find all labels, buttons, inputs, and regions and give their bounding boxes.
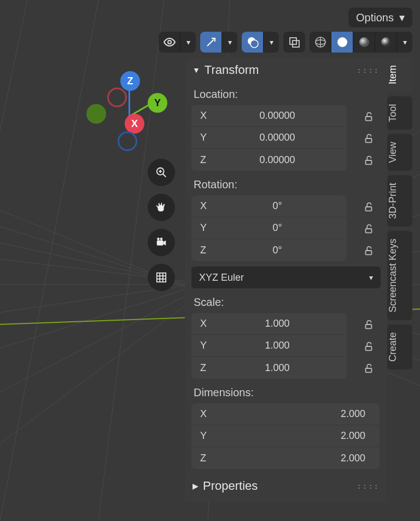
lock-rotation-y[interactable] — [358, 218, 380, 240]
location-label: Location: — [185, 83, 387, 105]
axis-z[interactable]: Z — [120, 71, 140, 91]
gizmo-chevron[interactable] — [222, 32, 237, 53]
tab-3d-print[interactable]: 3D-Print — [387, 175, 412, 227]
rotation-z-field[interactable]: Z 0° — [191, 239, 347, 261]
rotation-label: Rotation: — [185, 173, 387, 195]
axis-y[interactable]: Y — [148, 93, 167, 113]
options-dropdown[interactable]: Options — [348, 8, 412, 27]
perspective-icon[interactable] — [148, 264, 175, 291]
tab-view[interactable]: View — [387, 134, 412, 171]
axis-neg-x[interactable] — [107, 88, 127, 107]
options-label: Options — [356, 11, 394, 24]
visibility-chevron[interactable] — [180, 32, 196, 53]
pan-icon[interactable] — [148, 194, 175, 221]
dimensions-label: Dimensions: — [185, 381, 387, 403]
lock-location-x[interactable] — [358, 106, 380, 128]
chevron-down-icon — [399, 11, 405, 24]
rotation-mode-dropdown[interactable]: XYZ Euler — [191, 267, 381, 288]
svg-line-26 — [163, 174, 166, 177]
svg-rect-39 — [366, 160, 372, 164]
rotation-x-field[interactable]: X 0° — [191, 195, 347, 217]
gizmo-toggle[interactable] — [200, 32, 222, 53]
scale-y-field[interactable]: Y 1.000 — [191, 335, 347, 357]
svg-rect-32 — [157, 273, 166, 282]
scale-z-field[interactable]: Z 1.000 — [191, 357, 347, 379]
rotation-y-field[interactable]: Y 0° — [191, 217, 347, 239]
transform-panel-header[interactable]: ▼ Transform :::: — [185, 57, 387, 83]
svg-rect-44 — [366, 346, 372, 350]
tab-item[interactable]: Item — [387, 57, 412, 92]
chevron-down-icon — [369, 273, 373, 282]
properties-panel-header[interactable]: ▶ Properties :::: — [185, 473, 387, 499]
tab-tool[interactable]: Tool — [387, 96, 412, 130]
lock-scale-x[interactable] — [358, 314, 380, 335]
navigation-gizmo[interactable]: Z Y X — [77, 71, 170, 159]
svg-rect-29 — [157, 240, 164, 245]
shading-chevron[interactable] — [397, 32, 412, 53]
lock-rotation-z[interactable] — [358, 240, 380, 262]
visibility-dropdown[interactable] — [159, 32, 180, 53]
xray-toggle[interactable] — [283, 32, 305, 53]
svg-rect-43 — [366, 325, 372, 328]
camera-icon[interactable] — [148, 229, 175, 256]
svg-rect-42 — [366, 251, 372, 254]
tab-screencast-keys[interactable]: Screencast Keys — [387, 231, 412, 320]
overlays-chevron[interactable] — [264, 32, 279, 53]
properties-title: Properties — [203, 479, 258, 493]
svg-point-30 — [157, 238, 160, 240]
svg-point-24 — [381, 37, 391, 47]
overlays-toggle[interactable] — [242, 32, 264, 53]
svg-line-10 — [0, 0, 27, 521]
shading-wireframe[interactable] — [310, 32, 331, 53]
location-y-field[interactable]: Y 0.00000 — [191, 127, 347, 149]
lock-scale-y[interactable] — [358, 335, 380, 357]
lock-scale-z[interactable] — [358, 357, 380, 379]
svg-point-17 — [250, 40, 258, 48]
dimensions-x-field[interactable]: X 2.000 — [191, 403, 380, 425]
grip-icon[interactable]: :::: — [357, 482, 380, 490]
scale-label: Scale: — [185, 291, 387, 313]
shading-solid[interactable] — [331, 32, 353, 53]
svg-point-31 — [160, 238, 163, 240]
axis-neg-y[interactable] — [86, 104, 106, 124]
svg-rect-37 — [366, 117, 372, 120]
n-panel: ▼ Transform :::: Location: X 0.00000 Y 0… — [185, 57, 387, 502]
n-panel-tabs: Item Tool View 3D-Print Screencast Keys … — [387, 57, 412, 369]
axis-neg-z[interactable] — [118, 131, 137, 151]
scale-x-field[interactable]: X 1.000 — [191, 313, 347, 335]
shading-rendered[interactable] — [375, 32, 397, 53]
dimensions-y-field[interactable]: Y 2.000 — [191, 425, 380, 447]
viewport-controls — [148, 159, 175, 291]
tab-create[interactable]: Create — [387, 325, 412, 369]
svg-rect-38 — [366, 138, 372, 142]
svg-point-22 — [337, 37, 347, 47]
disclosure-triangle-icon: ▼ — [192, 66, 200, 74]
dimensions-z-field[interactable]: Z 2.000 — [191, 447, 380, 469]
location-x-field[interactable]: X 0.00000 — [191, 105, 347, 127]
location-z-field[interactable]: Z 0.00000 — [191, 149, 347, 171]
zoom-icon[interactable] — [148, 159, 175, 186]
svg-point-23 — [359, 37, 369, 47]
lock-location-y[interactable] — [358, 128, 380, 149]
lock-location-z[interactable] — [358, 149, 380, 171]
svg-rect-40 — [366, 207, 372, 211]
svg-rect-41 — [366, 229, 372, 233]
rotation-mode-value: XYZ Euler — [199, 272, 244, 283]
axis-x[interactable]: X — [125, 114, 144, 134]
svg-rect-45 — [366, 368, 372, 372]
svg-rect-19 — [293, 40, 299, 47]
viewport-header: Options — [159, 8, 412, 53]
svg-rect-18 — [290, 38, 296, 44]
disclosure-triangle-icon: ▶ — [192, 482, 199, 490]
lock-rotation-x[interactable] — [358, 196, 380, 218]
panel-title: Transform — [205, 63, 259, 77]
svg-point-15 — [168, 40, 171, 44]
grip-icon[interactable]: :::: — [357, 66, 380, 74]
shading-material[interactable] — [353, 32, 375, 53]
